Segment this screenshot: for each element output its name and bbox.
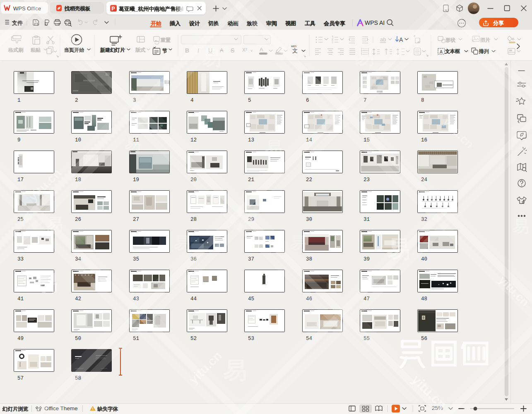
svg-text:A: A <box>440 49 443 54</box>
svg-text:A: A <box>399 36 403 43</box>
svg-text:ab: ab <box>380 36 386 43</box>
